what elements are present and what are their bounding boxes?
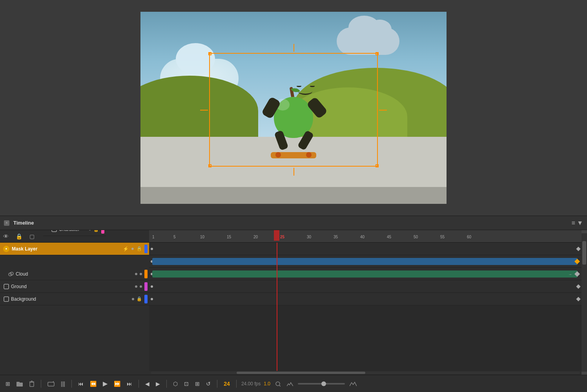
smile [298,88,312,95]
background-layer-name: Background [11,296,132,302]
bg-layer-controls: 🔒 [132,295,148,303]
background-layer-icon [3,296,9,302]
layer-row-cloud[interactable]: Cloud [0,268,149,280]
lock-header-icon[interactable]: 🔒 [16,233,22,240]
frame-counter: 24 [222,381,232,387]
step-fwd-button[interactable]: ⏩ [112,380,122,388]
ruler-10: 10 [200,235,204,239]
ruler-35: 35 [334,235,338,239]
skip-fwd-button[interactable]: ⏭ [125,380,134,388]
char-vis-dot [89,230,91,230]
new-layer-button[interactable]: ⊞ [4,380,12,388]
timeline-toolbar: ⊞ ||| ⏮ ⏪ ▶ ⏩ ⏭ [0,375,587,392]
hill-left [140,76,258,146]
eye-right [310,85,315,87]
bg-color-swatch [144,295,148,303]
ground-vis-dot [135,285,137,288]
onion-back-button[interactable]: ◀ [144,380,151,388]
mask-lock-icon[interactable]: 🔒 [137,246,142,251]
layer-row-background[interactable]: Background 🔒 [0,293,149,305]
ruler-bar[interactable]: 1 5 10 15 20 25 30 35 40 45 50 55 60 [149,230,582,243]
skateboard [271,152,316,158]
mountain-right-button[interactable] [348,381,358,387]
canvas[interactable] [140,12,447,204]
onion-skin-button[interactable]: ||| [59,380,67,388]
svg-rect-4 [4,297,9,301]
frame-row-character[interactable] [149,255,582,268]
canvas-container [140,12,447,204]
playhead-ruler [274,230,279,241]
ruler-20: 20 [253,235,258,239]
ruler-15: 15 [227,235,231,239]
v-scrollbar-thumb[interactable] [582,241,586,265]
svg-rect-7 [30,382,34,387]
frame-icon[interactable]: ▢ [29,233,35,240]
svg-rect-6 [16,382,20,383]
camera-button[interactable] [46,380,56,387]
mask-layer-name: Mask Layer [12,246,123,252]
svg-rect-10 [48,382,54,386]
cloud-layer-controls [135,270,148,278]
frames-area: 1 5 10 15 20 25 30 35 40 45 50 55 60 [149,230,582,375]
h-scrollbar[interactable] [149,371,582,375]
character-layer-name: Character [59,230,89,232]
eye-left [297,85,301,87]
cloud-tween-arrow: → [568,272,572,276]
export-button[interactable]: ⬡ [171,380,179,388]
cloud-color-swatch [144,270,148,278]
wheel-left [275,152,281,158]
layer-row-ground[interactable]: Ground [0,280,149,293]
camera-icon [47,381,55,387]
cloud-tween: → [152,270,578,278]
zoom-in-button[interactable] [273,380,282,387]
eye-icon[interactable]: 👁 [3,233,9,240]
v-scrollbar[interactable] [582,230,587,375]
zoom-slider[interactable] [298,383,345,385]
toolbar-sep-6 [236,380,237,388]
ruler-40: 40 [360,235,365,239]
timeline-menu-button[interactable]: ≡ ▼ [571,220,583,227]
h-scrollbar-track[interactable] [151,372,580,374]
play-button[interactable]: ▶ [101,379,109,388]
cloud-dot2 [140,273,142,275]
clip2-button[interactable]: ⊞ [193,380,201,388]
timeline-title: Timeline [13,220,34,226]
scroll-up-btn[interactable] [582,230,587,233]
mask-end-keyframe [576,247,580,251]
char-color-swatch [101,230,104,234]
frame-row-cloud[interactable]: → [149,268,582,280]
layer-row-mask[interactable]: ● Mask Layer ⚡ ✱ 🔒 [0,243,149,255]
delete-layer-button[interactable] [27,380,36,388]
h-scrollbar-thumb[interactable] [237,372,365,374]
bg-lock-icon[interactable]: 🔒 [137,296,142,301]
scroll-down-btn[interactable] [582,372,587,375]
character-layer-icon [51,230,57,232]
frame-row-background[interactable] [149,293,582,305]
char-tween [152,258,578,265]
zoom-icon [275,381,281,387]
toolbar-sep-2 [71,380,72,388]
frame-row-ground[interactable] [149,280,582,293]
toolbar-sep-4 [166,380,167,388]
bg-start-keyframe [151,298,153,300]
skip-back-button[interactable]: ⏮ [77,380,85,388]
frame-row-mask[interactable] [149,243,582,255]
close-button[interactable]: × [4,220,9,226]
onion-fwd-button[interactable]: ▶ [154,380,162,388]
wand-icon[interactable]: ⚡ [123,246,129,252]
zoom-slider-thumb[interactable] [321,381,326,386]
new-folder-button[interactable] [15,380,24,387]
loop-button[interactable]: ↺ [204,380,212,388]
char-layer-controls: 🔒 [89,230,104,234]
mask-layer-icon: ● [3,246,9,252]
character-sprite [262,75,325,162]
ruler-45: 45 [387,235,391,239]
ruler-5: 5 [173,235,176,239]
histogram-button[interactable] [285,381,295,387]
char-lock-icon[interactable]: 🔒 [93,230,99,232]
clip-button[interactable]: ⊡ [182,380,190,388]
mountain-right-icon [350,381,357,386]
ground-layer-controls [135,282,148,291]
layer-row-character[interactable]: Character 🔒 [43,230,106,236]
step-back-button[interactable]: ⏪ [88,380,98,388]
